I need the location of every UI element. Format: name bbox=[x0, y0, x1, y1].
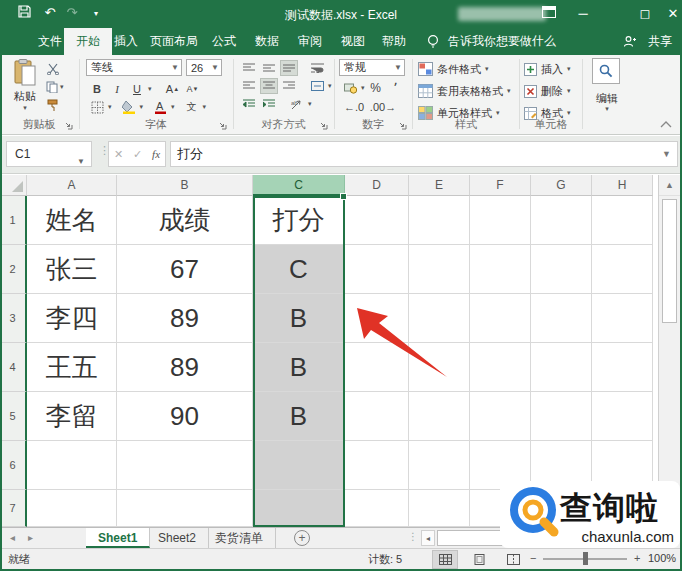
cell-E5[interactable] bbox=[409, 392, 470, 441]
sheet-tab-sheet2[interactable]: Sheet2 bbox=[146, 528, 209, 548]
phonetic-guide-button[interactable]: 文 bbox=[183, 99, 201, 115]
font-name-combo[interactable]: 等线▼ bbox=[86, 59, 182, 76]
cell-D2[interactable] bbox=[345, 245, 409, 294]
comma-style-button[interactable]: ٬ bbox=[387, 80, 405, 96]
decrease-decimal-button[interactable]: .00→ bbox=[369, 99, 397, 115]
share-button[interactable]: 共享 bbox=[648, 28, 672, 55]
cell-F3[interactable] bbox=[470, 294, 531, 343]
normal-view-icon[interactable] bbox=[432, 550, 458, 569]
enter-icon[interactable]: ✓ bbox=[133, 148, 142, 161]
align-left-icon[interactable] bbox=[240, 78, 258, 94]
cell-D3[interactable] bbox=[345, 294, 409, 343]
tab-formulas[interactable]: 公式 bbox=[200, 28, 248, 55]
name-box[interactable]: C1▼ bbox=[6, 141, 92, 167]
cell-G1[interactable] bbox=[531, 196, 592, 245]
maximize-button[interactable]: ◻ bbox=[630, 0, 660, 28]
cell-G4[interactable] bbox=[531, 343, 592, 392]
cell-C2[interactable]: C bbox=[253, 245, 345, 294]
fill-color-button[interactable] bbox=[120, 99, 138, 115]
cell-A2[interactable]: 张三 bbox=[27, 245, 117, 294]
grow-font-button[interactable]: A▲ bbox=[164, 81, 182, 97]
minimize-button[interactable]: ─ bbox=[568, 0, 598, 28]
sheet-nav-left-icon[interactable]: ◂ bbox=[10, 528, 15, 548]
cell-C7[interactable] bbox=[253, 490, 345, 527]
cell-A1[interactable]: 姓名 bbox=[27, 196, 117, 245]
paste-dropdown-arrow[interactable]: ▾ bbox=[6, 104, 44, 112]
cell-D1[interactable] bbox=[345, 196, 409, 245]
page-layout-view-icon[interactable] bbox=[466, 550, 492, 569]
cell-A6[interactable] bbox=[27, 441, 117, 490]
cell-C6[interactable] bbox=[253, 441, 345, 490]
cell-H1[interactable] bbox=[592, 196, 653, 245]
row-header-3[interactable]: 3 bbox=[0, 294, 27, 343]
cell-G2[interactable] bbox=[531, 245, 592, 294]
cell-C5[interactable]: B bbox=[253, 392, 345, 441]
cell-E6[interactable] bbox=[409, 441, 470, 490]
ribbon-display-options-icon[interactable] bbox=[534, 0, 564, 28]
align-center-icon[interactable] bbox=[260, 78, 278, 94]
cut-button[interactable] bbox=[46, 63, 60, 75]
tab-splitter[interactable]: ⋮ bbox=[408, 531, 418, 542]
sheet-nav-right-icon[interactable]: ▸ bbox=[28, 528, 33, 548]
row-header-7[interactable]: 7 bbox=[0, 490, 27, 527]
number-dialog-launcher[interactable] bbox=[398, 121, 408, 131]
decrease-indent-icon[interactable] bbox=[240, 96, 258, 112]
cell-H5[interactable] bbox=[592, 392, 653, 441]
bold-button[interactable]: B bbox=[88, 81, 106, 97]
format-painter-button[interactable] bbox=[46, 99, 59, 112]
align-right-icon[interactable] bbox=[280, 78, 298, 94]
cell-H3[interactable] bbox=[592, 294, 653, 343]
collapse-ribbon-icon[interactable] bbox=[660, 117, 672, 131]
row-header-6[interactable]: 6 bbox=[0, 441, 27, 490]
insert-cells-button[interactable]: 插入▾ bbox=[524, 59, 571, 79]
find-select-button[interactable] bbox=[592, 58, 620, 84]
align-top-icon[interactable] bbox=[240, 60, 258, 76]
wrap-text-icon[interactable] bbox=[308, 60, 326, 76]
font-color-button[interactable]: A bbox=[151, 99, 169, 115]
underline-button[interactable]: U bbox=[128, 81, 146, 97]
column-header-A[interactable]: A bbox=[27, 175, 117, 196]
expand-formula-bar-icon[interactable]: ▼ bbox=[662, 142, 671, 166]
cell-D6[interactable] bbox=[345, 441, 409, 490]
close-button[interactable]: ✕ bbox=[658, 0, 682, 28]
column-header-E[interactable]: E bbox=[409, 175, 470, 196]
cell-F4[interactable] bbox=[470, 343, 531, 392]
number-format-combo[interactable]: 常规▼ bbox=[339, 59, 405, 76]
accounting-format-icon[interactable] bbox=[341, 80, 359, 96]
sheet-tab-sheet1[interactable]: Sheet1 bbox=[86, 528, 150, 548]
column-header-B[interactable]: B bbox=[117, 175, 253, 196]
cell-D4[interactable] bbox=[345, 343, 409, 392]
hscroll-left-icon[interactable]: ◂ bbox=[421, 530, 435, 546]
sheet-tab-maihuoqingdan[interactable]: 卖货清单 bbox=[203, 528, 276, 548]
increase-decimal-button[interactable]: ←.0 bbox=[341, 99, 367, 115]
tab-review[interactable]: 审阅 bbox=[286, 28, 334, 55]
percent-style-button[interactable]: % bbox=[367, 80, 385, 96]
row-header-5[interactable]: 5 bbox=[0, 392, 27, 441]
scroll-up-icon[interactable]: ▲ bbox=[659, 175, 680, 196]
cell-B3[interactable]: 89 bbox=[117, 294, 253, 343]
column-header-D[interactable]: D bbox=[345, 175, 409, 196]
cell-B7[interactable] bbox=[117, 490, 253, 527]
cell-G5[interactable] bbox=[531, 392, 592, 441]
underline-dropdown-arrow[interactable]: ▾ bbox=[148, 85, 152, 93]
cell-A7[interactable] bbox=[27, 490, 117, 527]
paste-button[interactable]: 粘贴 ▾ bbox=[6, 59, 44, 112]
row-header-1[interactable]: 1 bbox=[0, 196, 27, 245]
cell-C3[interactable]: B bbox=[253, 294, 345, 343]
merge-center-icon[interactable] bbox=[308, 78, 326, 94]
cell-B6[interactable] bbox=[117, 441, 253, 490]
edit-dropdown-arrow[interactable]: ▾ bbox=[584, 105, 630, 113]
formula-input[interactable]: 打分▼ bbox=[170, 141, 678, 167]
column-header-G[interactable]: G bbox=[531, 175, 592, 196]
orientation-icon[interactable]: ab bbox=[288, 96, 306, 112]
cell-E4[interactable] bbox=[409, 343, 470, 392]
cell-B1[interactable]: 成绩 bbox=[117, 196, 253, 245]
cell-H4[interactable] bbox=[592, 343, 653, 392]
increase-indent-icon[interactable] bbox=[260, 96, 278, 112]
zoom-slider-thumb[interactable] bbox=[583, 552, 588, 565]
column-header-H[interactable]: H bbox=[592, 175, 653, 196]
zoom-out-button[interactable]: − bbox=[530, 552, 536, 564]
cell-D7[interactable] bbox=[345, 490, 409, 527]
cell-E1[interactable] bbox=[409, 196, 470, 245]
cell-E3[interactable] bbox=[409, 294, 470, 343]
